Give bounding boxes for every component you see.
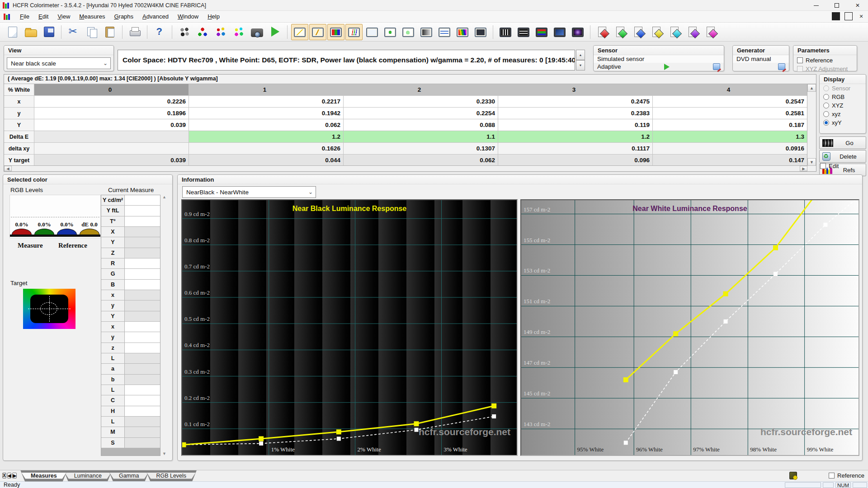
menu-view[interactable]: View bbox=[53, 12, 75, 21]
go-button[interactable]: Go bbox=[819, 136, 866, 149]
parameter-reference[interactable]: Reference bbox=[797, 56, 853, 65]
scroll-down-icon[interactable]: ▼ bbox=[807, 158, 816, 166]
measure-row-value[interactable] bbox=[125, 300, 160, 310]
menu-file[interactable]: File bbox=[15, 12, 34, 21]
info-bar-spinner[interactable]: ▲ ▼ bbox=[576, 50, 585, 70]
column-header-3[interactable]: 3 bbox=[498, 84, 653, 95]
table-cell[interactable]: 0.2581 bbox=[653, 108, 807, 119]
tab-gamma[interactable]: Gamma bbox=[108, 470, 149, 482]
table-cell[interactable]: 0.119 bbox=[498, 119, 653, 131]
scroll-down-icon[interactable]: ▼ bbox=[162, 451, 166, 456]
help-button[interactable] bbox=[151, 24, 168, 40]
measure-row-value[interactable] bbox=[125, 343, 160, 353]
reference-checkbox-row[interactable]: Reference bbox=[829, 472, 864, 479]
mon-rgb-button[interactable] bbox=[327, 24, 344, 40]
table-cell[interactable]: 1.3 bbox=[653, 131, 807, 142]
display-option-xyz[interactable]: XYZ bbox=[820, 101, 866, 110]
menu-window[interactable]: Window bbox=[173, 12, 203, 21]
gem-magenta-button[interactable] bbox=[703, 24, 720, 40]
run-button[interactable] bbox=[266, 24, 283, 40]
measure-row-value[interactable] bbox=[125, 311, 160, 321]
column-header-2[interactable]: 2 bbox=[344, 84, 498, 95]
table-cell[interactable]: 0.088 bbox=[344, 119, 498, 131]
view-scale-dropdown[interactable]: Near black scale ⌄ bbox=[7, 57, 111, 69]
table-cell[interactable]: 0.1626 bbox=[189, 143, 344, 154]
gem-cyan-button[interactable] bbox=[666, 24, 684, 40]
radio-icon[interactable] bbox=[823, 111, 829, 117]
balls-pastel-button[interactable] bbox=[230, 24, 247, 40]
mon-dark-button[interactable] bbox=[472, 24, 489, 40]
radio-icon[interactable] bbox=[823, 103, 829, 108]
measure-row-value[interactable] bbox=[125, 438, 160, 448]
display-option-xyy[interactable]: xyY bbox=[820, 118, 866, 127]
spinner-down-icon[interactable]: ▼ bbox=[576, 60, 585, 70]
table-cell[interactable]: 0.2330 bbox=[344, 96, 498, 107]
mon-curve-button[interactable] bbox=[291, 24, 308, 40]
measure-row-value[interactable] bbox=[125, 195, 160, 205]
menu-help[interactable]: Help bbox=[203, 12, 224, 21]
generator-config-icon[interactable] bbox=[778, 63, 785, 70]
current-measure-scrollbar[interactable]: ▲ ▼ bbox=[161, 195, 168, 456]
measure-row-value[interactable] bbox=[125, 364, 160, 374]
tab-measures[interactable]: Measures bbox=[20, 470, 67, 482]
measure-row-value[interactable] bbox=[125, 322, 160, 332]
display-option-xyz[interactable]: xyz bbox=[820, 110, 866, 118]
table-cell[interactable]: 0.2547 bbox=[653, 96, 807, 107]
table-cell[interactable] bbox=[34, 131, 189, 142]
sensor-config-icon[interactable] bbox=[713, 63, 720, 70]
table-cell[interactable]: 1.2 bbox=[498, 131, 653, 142]
gem-red-button[interactable] bbox=[594, 24, 611, 40]
table-cell[interactable]: 1.1 bbox=[344, 131, 498, 142]
table-cell[interactable]: 1.2 bbox=[189, 131, 344, 142]
color-editor-icon[interactable] bbox=[789, 472, 797, 479]
scroll-right-icon[interactable]: ▶ bbox=[800, 166, 807, 171]
mon-colors-button[interactable] bbox=[454, 24, 471, 40]
table-cell[interactable]: 0.2254 bbox=[344, 108, 498, 119]
balls-color-button[interactable] bbox=[212, 24, 229, 40]
edit-checkbox-row[interactable]: Edit bbox=[820, 163, 839, 169]
table-cell[interactable]: 0.187 bbox=[653, 119, 807, 131]
dmon-film-button[interactable] bbox=[497, 24, 514, 40]
balls-rgb-button[interactable] bbox=[194, 24, 211, 40]
measure-row-value[interactable] bbox=[125, 332, 160, 342]
measure-row-value[interactable] bbox=[125, 353, 160, 363]
cut-button[interactable] bbox=[65, 24, 82, 40]
minimize-button[interactable] bbox=[806, 0, 826, 11]
table-vertical-scrollbar[interactable]: ▲ ▼ bbox=[807, 84, 816, 166]
column-header-0[interactable]: 0 bbox=[34, 84, 189, 95]
camera-button[interactable] bbox=[248, 24, 265, 40]
measure-row-value[interactable] bbox=[125, 227, 160, 237]
table-cell[interactable]: 0.039 bbox=[34, 119, 189, 131]
table-cell[interactable]: 0.044 bbox=[189, 155, 344, 166]
measure-row-value[interactable] bbox=[125, 417, 160, 427]
measure-row-value[interactable] bbox=[125, 427, 160, 437]
measure-row-value[interactable] bbox=[125, 375, 160, 385]
child-restore-button[interactable] bbox=[844, 12, 853, 20]
table-cell[interactable]: 0.2217 bbox=[189, 96, 344, 107]
table-cell[interactable]: 0.0916 bbox=[653, 143, 807, 154]
gem-green-button[interactable] bbox=[612, 24, 629, 40]
spinner-up-icon[interactable]: ▲ bbox=[576, 50, 585, 60]
measure-row-value[interactable] bbox=[125, 290, 160, 300]
measure-row-value[interactable] bbox=[125, 258, 160, 268]
table-cell[interactable]: 0.147 bbox=[653, 155, 807, 166]
table-cell[interactable]: 0.039 bbox=[34, 155, 189, 166]
save-button[interactable] bbox=[40, 24, 57, 40]
menu-advanced[interactable]: Advanced bbox=[138, 12, 173, 21]
measure-row-value[interactable] bbox=[125, 280, 160, 290]
menu-graphs[interactable]: Graphs bbox=[109, 12, 138, 21]
measure-row-value[interactable] bbox=[125, 248, 160, 258]
reference-checkbox[interactable] bbox=[829, 473, 835, 479]
tab-next-button[interactable]: ▶ bbox=[12, 473, 17, 479]
table-cell[interactable]: 0.2475 bbox=[498, 96, 653, 107]
measure-row-value[interactable] bbox=[125, 406, 160, 416]
delete-button[interactable]: Delete bbox=[819, 150, 866, 163]
measure-row-value[interactable] bbox=[125, 206, 160, 216]
maximize-button[interactable] bbox=[826, 0, 847, 11]
close-button[interactable]: ✕ bbox=[847, 0, 868, 11]
mon-gray-button[interactable] bbox=[418, 24, 435, 40]
scroll-up-icon[interactable]: ▲ bbox=[807, 84, 816, 92]
table-cell[interactable]: 0.1896 bbox=[34, 108, 189, 119]
dmon-galaxy-button[interactable] bbox=[569, 24, 586, 40]
gem-blue-button[interactable] bbox=[630, 24, 647, 40]
